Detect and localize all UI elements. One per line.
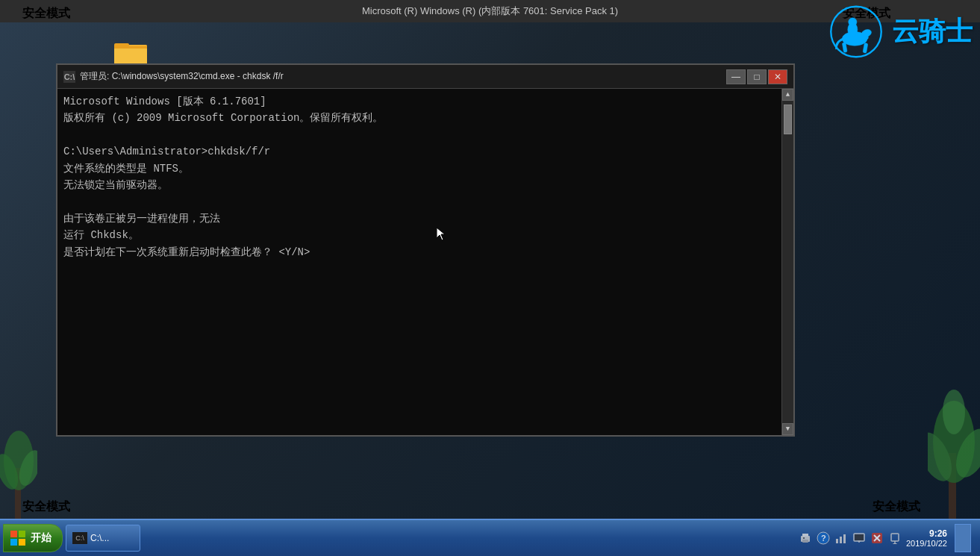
cmd-line: Microsoft Windows [版本 6.1.7601] [63,93,774,110]
svg-rect-34 [802,540,808,543]
cmd-line: 运行 Chkdsk。 [63,227,774,243]
svg-point-5 [849,18,857,26]
svg-rect-38 [836,539,838,543]
cmd-titlebar-buttons: — □ ✕ [726,69,787,84]
printer-tray-icon[interactable] [799,531,812,545]
svg-rect-48 [891,534,899,541]
svg-rect-11 [114,46,147,64]
yunqishi-logo-icon [826,4,886,60]
minimize-button[interactable]: — [726,69,746,84]
svg-rect-29 [19,531,25,537]
scrollbar-track[interactable] [782,101,793,423]
cmd-line: 由于该卷正被另一进程使用，无法 [63,210,774,227]
scroll-up-button[interactable]: ▲ [782,89,793,101]
cmd-line: 是否计划在下一次系统重新启动时检查此卷？ <Y/N> [63,244,774,260]
cmd-scrollbar[interactable]: ▲ ▼ [781,89,793,435]
windows-logo-icon [10,530,26,546]
clock-time: 9:26 [906,528,947,539]
svg-rect-35 [803,537,805,539]
show-desktop-button[interactable] [955,524,971,552]
folder-icon [113,37,149,67]
svg-marker-50 [893,543,897,544]
plant-left [0,408,37,520]
taskbar-cmd-label: C:\... [90,533,109,543]
svg-rect-44 [855,534,864,540]
cmd-line: 版权所有 (c) 2009 Microsoft Corporation。保留所有… [63,110,774,126]
svg-text:?: ? [821,534,826,543]
close-button[interactable]: ✕ [768,69,787,84]
cmd-body[interactable]: Microsoft Windows [版本 6.1.7601]版权所有 (c) … [57,89,793,435]
svg-rect-30 [10,539,17,546]
safe-mode-top-left: 安全模式 [22,6,70,22]
clock-date: 2019/10/22 [906,539,947,548]
svg-rect-12 [114,46,147,49]
svg-rect-33 [802,534,808,537]
cmd-line [63,127,774,143]
maximize-button[interactable]: □ [747,69,767,84]
taskbar-cmd-item[interactable]: C:\ C:\... [66,525,140,552]
scrollbar-thumb[interactable] [784,104,792,134]
scroll-down-button[interactable]: ▼ [782,423,793,435]
cmd-titlebar-icon: C:\ [63,71,75,83]
cmd-line: 无法锁定当前驱动器。 [63,177,774,193]
svg-rect-39 [840,537,842,543]
network-tray-icon[interactable] [834,531,848,545]
logo-text: 云骑士 [892,13,973,50]
svg-point-26 [943,390,965,434]
svg-rect-31 [19,539,25,546]
cmd-line: C:\Users\Administrator>chkdsk/f/r [63,143,774,160]
cmd-titlebar-text: 管理员: C:\windows\system32\cmd.exe - chkds… [80,70,722,83]
desktop: Microsoft (R) Windows (R) (内部版本 7601: Se… [0,0,980,556]
system-clock[interactable]: 9:26 2019/10/22 [906,528,947,548]
plant-right [928,371,980,520]
start-label: 开始 [31,531,52,545]
cmd-window: C:\ 管理员: C:\windows\system32\cmd.exe - c… [56,63,795,437]
logo-area: 云骑士 [826,4,973,60]
cmd-line [63,193,774,210]
help-tray-icon[interactable]: ? [817,531,830,545]
arrow-tray-icon[interactable] [888,531,902,545]
cmd-output: Microsoft Windows [版本 6.1.7601]版权所有 (c) … [63,93,787,260]
monitor-tray-icon[interactable] [852,531,866,545]
svg-rect-28 [10,531,17,537]
os-title: Microsoft (R) Windows (R) (内部版本 7601: Se… [362,4,618,18]
svg-rect-40 [843,534,846,543]
system-tray: ? [793,524,977,552]
taskbar-cmd-icon: C:\ [72,532,87,544]
cmd-titlebar: C:\ 管理员: C:\windows\system32\cmd.exe - c… [57,65,793,89]
start-button[interactable]: 开始 [3,524,63,552]
security-tray-icon[interactable] [870,531,884,545]
svg-rect-7 [863,43,868,54]
safe-mode-bottom-right: 安全模式 [873,499,920,515]
cmd-line: 文件系统的类型是 NTFS。 [63,160,774,177]
taskbar: 开始 C:\ C:\... [0,519,980,556]
